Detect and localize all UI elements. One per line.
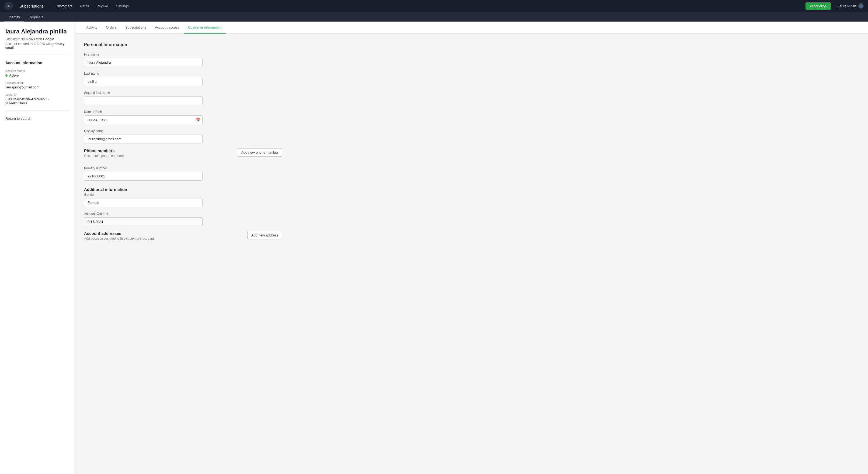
tab-customer-information[interactable]: Customer information <box>184 22 226 34</box>
sub-tab-requests[interactable]: Requests <box>24 13 48 22</box>
second-last-name-label: Second last name <box>84 91 282 95</box>
top-navigation: A Subscriptions Customers Retail Paywall… <box>0 0 868 12</box>
addresses-header: Account addresses Addresses associated t… <box>84 231 282 245</box>
dob-group: Date of Birth 📅 <box>84 110 282 124</box>
user-avatar-icon: 👤 <box>858 3 864 9</box>
login-id-value: 878035e2-b296-47cd-9271-9f1ee011fa63 <box>5 97 70 105</box>
primary-number-label: Primary number <box>84 166 282 170</box>
account-created-meta: Account created: 9/17/2024 with primary … <box>5 42 70 50</box>
primary-number-input[interactable] <box>84 172 203 181</box>
addresses-heading: Account addresses <box>84 231 154 236</box>
personal-info-heading: Personal Information <box>84 42 282 47</box>
sub-tab-identity[interactable]: Identity <box>4 13 24 22</box>
gender-group: Gender <box>84 193 282 207</box>
addresses-desc: Addresses associated to this customer's … <box>84 237 154 240</box>
content-tabs: Activity Orders Subscriptions Account ac… <box>75 22 868 34</box>
customer-name: laura Alejandra pinilla <box>5 28 70 35</box>
tab-orders[interactable]: Orders <box>101 22 121 34</box>
main-layout: laura Alejandra pinilla Last login: 9/17… <box>0 22 868 474</box>
dob-label: Date of Birth <box>84 110 282 114</box>
app-title: Subscriptions <box>20 4 44 8</box>
display-name-label: Display name <box>84 129 282 133</box>
sub-navigation: Identity Requests <box>0 12 868 22</box>
last-login-meta: Last login: 9/17/2024 with Google <box>5 37 70 41</box>
account-created-field-input[interactable] <box>84 217 203 226</box>
primary-email-label: Primary email <box>5 81 70 84</box>
nav-item-customers[interactable]: Customers <box>52 2 76 10</box>
additional-info-heading: Additional information <box>84 187 282 192</box>
dob-input[interactable] <box>84 115 203 124</box>
phone-numbers-desc: Customer's phone numbers <box>84 154 124 158</box>
display-name-input[interactable] <box>84 135 203 143</box>
tab-subscriptions[interactable]: Subscriptions <box>121 22 151 34</box>
phone-numbers-header: Phone numbers Customer's phone numbers A… <box>84 148 282 162</box>
dob-input-wrapper: 📅 <box>84 115 203 124</box>
sidebar-divider-2 <box>5 111 70 111</box>
nav-item-paywall[interactable]: Paywall <box>93 2 112 10</box>
last-name-label: Last name <box>84 72 282 76</box>
top-nav-items: Customers Retail Paywall Settings <box>52 2 799 10</box>
gender-label: Gender <box>84 193 282 197</box>
add-address-button[interactable]: Add new address <box>247 231 282 239</box>
primary-number-group: Primary number <box>84 166 282 181</box>
addresses-header-left: Account addresses Addresses associated t… <box>84 231 154 245</box>
account-status-label: Account status <box>5 69 70 72</box>
account-created-field-group: Account Created <box>84 212 282 226</box>
content-area: Activity Orders Subscriptions Account ac… <box>75 22 868 474</box>
phone-numbers-heading: Phone numbers <box>84 148 124 153</box>
first-name-input[interactable] <box>84 58 203 67</box>
nav-item-settings[interactable]: Settings <box>113 2 132 10</box>
account-created-field-label: Account Created <box>84 212 282 216</box>
first-name-label: First name <box>84 53 282 56</box>
first-name-group: First name <box>84 53 282 67</box>
tab-activity[interactable]: Activity <box>82 22 101 34</box>
user-info: Laura Pinilla 👤 <box>837 3 864 9</box>
phone-numbers-header-left: Phone numbers Customer's phone numbers <box>84 148 124 162</box>
gender-input[interactable] <box>84 198 203 207</box>
nav-item-retail[interactable]: Retail <box>77 2 92 10</box>
app-logo: A <box>4 2 13 10</box>
status-active-dot <box>5 75 7 77</box>
account-info-title: Account information <box>5 61 70 65</box>
tab-account-access[interactable]: Account access <box>151 22 184 34</box>
production-button[interactable]: Production <box>806 2 831 10</box>
last-name-group: Last name <box>84 72 282 86</box>
second-last-name-group: Second last name <box>84 91 282 105</box>
sidebar-divider-1 <box>5 55 70 55</box>
account-status-value: Active <box>5 73 70 78</box>
display-name-group: Display name <box>84 129 282 143</box>
return-to-search-link[interactable]: Return to search <box>5 117 31 120</box>
login-id-label: Login ID <box>5 93 70 96</box>
last-name-input[interactable] <box>84 77 203 86</box>
customer-info-form: Personal Information First name Last nam… <box>75 34 291 256</box>
second-last-name-input[interactable] <box>84 96 203 105</box>
add-phone-button[interactable]: Add new phone number <box>237 148 282 157</box>
sidebar: laura Alejandra pinilla Last login: 9/17… <box>0 22 75 474</box>
primary-email-value: laurapinb@gmail.com <box>5 85 70 89</box>
